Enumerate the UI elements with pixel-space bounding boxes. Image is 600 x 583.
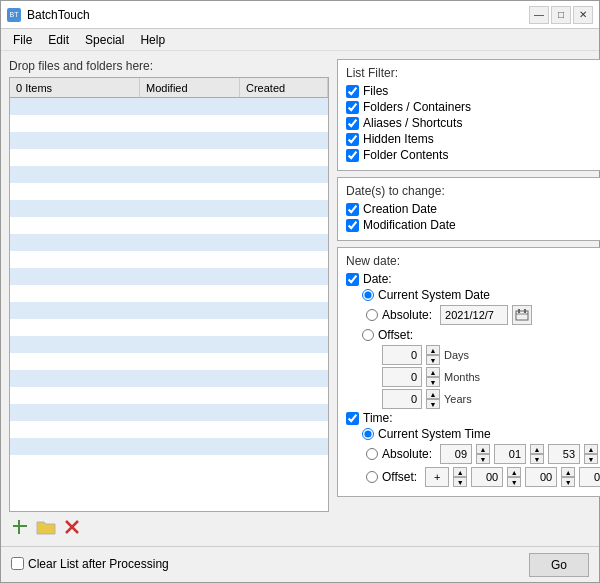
months-spinner-row: ▲ ▼ Months: [382, 367, 600, 387]
filter-hidden-row: Hidden Items: [346, 132, 600, 146]
creation-date-label: Creation Date: [363, 202, 437, 216]
time-enable-checkbox[interactable]: [346, 412, 359, 425]
close-button[interactable]: ✕: [573, 6, 593, 24]
menu-edit[interactable]: Edit: [40, 31, 77, 49]
months-spinner-input[interactable]: [382, 367, 422, 387]
offset-m-spin-up[interactable]: ▲: [561, 467, 575, 477]
table-row[interactable]: [10, 183, 328, 200]
filter-hidden-checkbox[interactable]: [346, 133, 359, 146]
date-label: Date:: [363, 272, 392, 286]
table-row[interactable]: [10, 98, 328, 115]
menu-special[interactable]: Special: [77, 31, 132, 49]
offset-time-radio[interactable]: [366, 471, 378, 483]
time-absolute-label: Absolute:: [382, 447, 432, 461]
offset-h-spin-up[interactable]: ▲: [507, 467, 521, 477]
maximize-button[interactable]: □: [551, 6, 571, 24]
file-list[interactable]: 0 Items Modified Created: [9, 77, 329, 512]
time-hour-input[interactable]: [440, 444, 472, 464]
table-row[interactable]: [10, 115, 328, 132]
min-spin-up[interactable]: ▲: [530, 444, 544, 454]
time-offset-s-input[interactable]: [579, 467, 600, 487]
min-spin-down[interactable]: ▼: [530, 454, 544, 464]
absolute-date-radio[interactable]: [366, 309, 378, 321]
table-row[interactable]: [10, 404, 328, 421]
table-row[interactable]: [10, 353, 328, 370]
absolute-date-row: Absolute:: [366, 305, 600, 325]
time-offset-h-input[interactable]: [471, 467, 503, 487]
years-spinner-row: ▲ ▼ Years: [382, 389, 600, 409]
table-row[interactable]: [10, 319, 328, 336]
offset-date-row: Offset:: [362, 328, 600, 342]
table-row[interactable]: [10, 217, 328, 234]
modification-date-row: Modification Date: [346, 218, 600, 232]
table-row[interactable]: [10, 251, 328, 268]
days-spinner-input[interactable]: [382, 345, 422, 365]
app-icon: BT: [7, 8, 21, 22]
delete-button[interactable]: [61, 516, 83, 538]
table-row[interactable]: [10, 166, 328, 183]
file-list-rows: [10, 98, 328, 511]
months-spin-buttons: ▲ ▼: [426, 367, 440, 387]
offset-date-radio[interactable]: [362, 329, 374, 341]
days-spin-down[interactable]: ▼: [426, 355, 440, 365]
table-row[interactable]: [10, 285, 328, 302]
years-spinner-input[interactable]: [382, 389, 422, 409]
main-content: Drop files and folders here: 0 Items Mod…: [1, 51, 599, 546]
table-row[interactable]: [10, 438, 328, 455]
menu-help[interactable]: Help: [132, 31, 173, 49]
go-button[interactable]: Go: [529, 553, 589, 577]
table-row[interactable]: [10, 132, 328, 149]
hour-spin-buttons: ▲ ▼: [476, 444, 490, 464]
filter-files-checkbox[interactable]: [346, 85, 359, 98]
offset-h-spin-down[interactable]: ▼: [507, 477, 521, 487]
sign-spin-up[interactable]: ▲: [453, 467, 467, 477]
minimize-button[interactable]: —: [529, 6, 549, 24]
time-sec-input[interactable]: [548, 444, 580, 464]
table-row[interactable]: [10, 268, 328, 285]
creation-date-checkbox[interactable]: [346, 203, 359, 216]
offset-m-spin-down[interactable]: ▼: [561, 477, 575, 487]
current-system-date-radio[interactable]: [362, 289, 374, 301]
sec-spin-up[interactable]: ▲: [584, 444, 598, 454]
hour-spin-up[interactable]: ▲: [476, 444, 490, 454]
filter-aliases-checkbox[interactable]: [346, 117, 359, 130]
months-spin-down[interactable]: ▼: [426, 377, 440, 387]
filter-hidden-label: Hidden Items: [363, 132, 434, 146]
absolute-time-radio[interactable]: [366, 448, 378, 460]
offset-spinners: ▲ ▼ Days ▲ ▼ Months: [382, 345, 600, 409]
table-row[interactable]: [10, 387, 328, 404]
table-row[interactable]: [10, 336, 328, 353]
hour-spin-down[interactable]: ▼: [476, 454, 490, 464]
modification-date-checkbox[interactable]: [346, 219, 359, 232]
table-row[interactable]: [10, 302, 328, 319]
table-row[interactable]: [10, 370, 328, 387]
years-spin-down[interactable]: ▼: [426, 399, 440, 409]
time-min-input[interactable]: [494, 444, 526, 464]
absolute-date-input[interactable]: [440, 305, 508, 325]
months-spin-up[interactable]: ▲: [426, 367, 440, 377]
table-row[interactable]: [10, 200, 328, 217]
new-date-title: New date:: [346, 254, 600, 268]
time-offset-sign-input[interactable]: [425, 467, 449, 487]
table-row[interactable]: [10, 234, 328, 251]
filter-folders-checkbox[interactable]: [346, 101, 359, 114]
current-system-time-radio[interactable]: [362, 428, 374, 440]
table-row[interactable]: [10, 455, 328, 472]
add-file-button[interactable]: [9, 516, 31, 538]
date-picker-button[interactable]: [512, 305, 532, 325]
min-spin-buttons: ▲ ▼: [530, 444, 544, 464]
col-modified: Modified: [140, 78, 240, 97]
table-row[interactable]: [10, 421, 328, 438]
years-spin-up[interactable]: ▲: [426, 389, 440, 399]
filter-folder-contents-checkbox[interactable]: [346, 149, 359, 162]
sign-spin-down[interactable]: ▼: [453, 477, 467, 487]
date-enable-checkbox[interactable]: [346, 273, 359, 286]
menu-file[interactable]: File: [5, 31, 40, 49]
clear-list-checkbox[interactable]: [11, 557, 24, 570]
days-spin-up[interactable]: ▲: [426, 345, 440, 355]
sec-spin-down[interactable]: ▼: [584, 454, 598, 464]
time-offset-m-input[interactable]: [525, 467, 557, 487]
add-folder-button[interactable]: [35, 516, 57, 538]
table-row[interactable]: [10, 149, 328, 166]
days-label: Days: [444, 349, 469, 361]
